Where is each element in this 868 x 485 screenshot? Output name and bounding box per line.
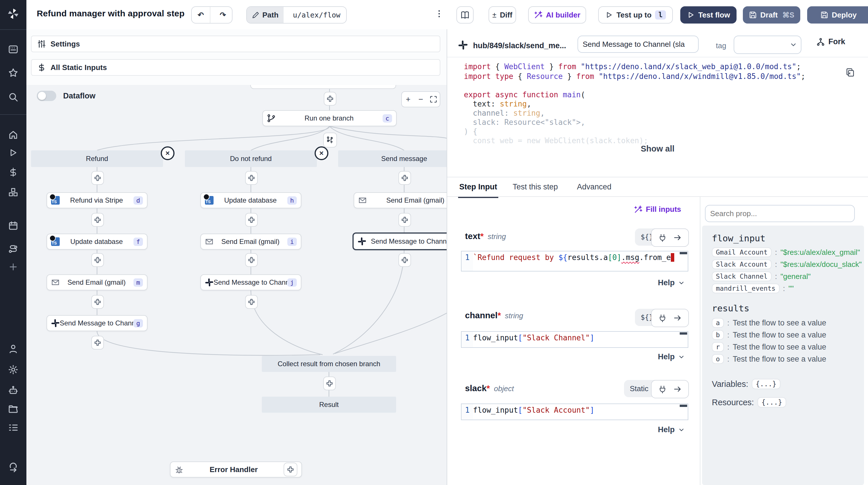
step-name-input[interactable] [578,36,699,53]
remove-branch-icon[interactable]: ✕ [161,147,175,160]
flow-input-node-clipped[interactable] [250,85,396,89]
tab-advanced[interactable]: Advanced [576,177,613,196]
arrow-right-icon[interactable] [673,385,682,393]
run-one-branch-node[interactable]: Run one branch c [262,110,397,126]
result-key[interactable]: r [712,342,724,352]
arrow-right-icon[interactable] [673,233,682,242]
flow-node-update-database[interactable]: TS Update databaseh [200,192,301,208]
prop-key[interactable]: Slack Channel [712,271,772,281]
windmill-logo-icon[interactable] [6,7,20,21]
star-icon[interactable] [8,68,19,78]
add-step-button[interactable] [324,92,336,106]
add-step-button[interactable] [398,171,411,185]
static-mode-option[interactable]: Static [625,384,653,393]
result-key[interactable]: b [712,330,724,340]
branch-header-do-not-refund[interactable]: Do not refund [185,150,317,167]
variables-pill[interactable]: {...} [752,379,780,389]
variables-dollar-icon[interactable] [8,167,18,177]
branch-header-send-message[interactable]: Send message [338,150,447,167]
search-props-input[interactable] [705,205,855,222]
add-step-button[interactable] [91,336,104,350]
audit-list-icon[interactable] [8,422,19,433]
deploy-button[interactable]: Deploy [808,6,868,24]
resources-cubes-icon[interactable] [8,187,19,197]
runs-play-icon[interactable] [8,148,18,158]
result-key[interactable]: a [712,318,724,328]
add-step-button[interactable] [91,253,104,267]
zoom-out-button[interactable]: − [414,92,427,107]
flow-node-send-email[interactable]: Send Email (gmail)i [200,234,301,250]
prop-key[interactable]: mandrill_events [712,284,780,293]
home-icon[interactable] [8,130,19,140]
plug-icon[interactable] [658,385,667,393]
flow-node-send-slack-message[interactable]: Send Message to Channel (slack)j [200,274,301,290]
more-options-icon[interactable] [435,9,444,19]
logout-icon[interactable] [8,462,19,473]
docs-book-button[interactable] [456,6,474,24]
help-toggle[interactable]: Help [658,352,685,361]
show-all-button[interactable]: Show all [447,144,868,154]
help-toggle[interactable]: Help [658,279,685,287]
help-toggle[interactable]: Help [658,425,685,434]
fork-button[interactable]: Fork [816,37,845,46]
branch-header-refund[interactable]: Refund [31,150,163,167]
routes-icon[interactable] [8,245,19,255]
settings-gear-icon[interactable] [8,364,19,375]
ai-builder-button[interactable]: AI builder [528,6,586,24]
tab-step-input[interactable]: Step Input [458,177,498,198]
add-step-button[interactable] [245,213,258,227]
schedules-calendar-icon[interactable] [8,220,19,231]
fit-view-button[interactable] [427,92,440,107]
user-icon[interactable] [8,344,19,354]
result-key[interactable]: o [712,354,724,364]
add-step-button[interactable] [245,171,258,185]
folder-icon[interactable] [8,404,19,414]
all-static-inputs-bar[interactable]: All Static Inputs [31,59,440,76]
add-step-button[interactable] [398,253,411,267]
path-group[interactable]: Path u/alex/flow [246,6,347,24]
add-step-button[interactable] [398,213,411,227]
zoom-in-button[interactable]: + [402,92,414,107]
flow-settings-bar[interactable]: Settings [31,36,440,52]
prop-key[interactable]: Slack Account [712,259,772,269]
flow-node-refund-via-stripe[interactable]: TS Refund via Striped [46,192,148,208]
tag-select[interactable] [734,36,801,54]
result-node[interactable]: Result [262,397,396,413]
diff-button[interactable]: ±Diff [489,6,516,24]
hub-script-path[interactable]: hub/849/slack/send_me... [473,41,566,50]
flow-title[interactable]: Refund manager with approval step [37,9,185,19]
add-plus-icon[interactable] [9,262,18,271]
draft-button[interactable]: Draft⌘S [743,6,800,24]
flow-node-send-slack-message-selected[interactable]: Send Message to Channel (slack) [352,232,447,250]
flow-graph-canvas[interactable]: Dataflow + − Run one branch c Refund Do … [26,85,447,485]
copy-code-icon[interactable] [846,68,855,77]
flow-node-send-email[interactable]: Send Email (gmail) [353,192,447,208]
slack-expression-editor[interactable]: 1 flow_input["Slack Account"] [461,403,688,420]
flow-node-send-slack-message[interactable]: Send Message to Channel (slack)g [46,315,148,331]
add-step-button[interactable] [91,171,104,185]
dataflow-toggle[interactable] [37,91,56,101]
robot-icon[interactable] [8,385,19,395]
fill-inputs-button[interactable]: Fill inputs [634,205,681,214]
search-icon[interactable] [8,92,19,102]
flow-node-send-email[interactable]: Send Email (gmail)m [46,274,148,290]
resources-pill[interactable]: {...} [757,397,786,408]
plug-icon[interactable] [658,314,667,322]
channel-expression-editor[interactable]: 1 flow_input["Slack Channel"] [461,331,688,348]
add-step-button[interactable] [245,253,258,267]
arrow-right-icon[interactable] [673,314,682,322]
redo-button[interactable]: ↷ [214,7,232,23]
plug-icon[interactable] [658,233,667,242]
test-flow-button[interactable]: Test flow [680,6,737,24]
add-step-button[interactable] [245,295,258,309]
text-expression-editor[interactable]: 1 `Refund request by ${results.a[0].msg.… [461,251,688,271]
collect-result-node[interactable]: Collect result from chosen branch [262,356,396,372]
add-error-handler-button[interactable] [284,463,298,476]
flow-node-update-database[interactable]: TS Update databasef [46,234,148,250]
remove-branch-icon[interactable]: ✕ [315,147,329,160]
prop-key[interactable]: Gmail Account [712,247,772,257]
undo-button[interactable]: ↶ [192,7,210,23]
add-step-button[interactable] [323,377,336,390]
test-up-to-button[interactable]: Test up to l [598,6,673,24]
add-branch-button[interactable] [323,133,337,148]
